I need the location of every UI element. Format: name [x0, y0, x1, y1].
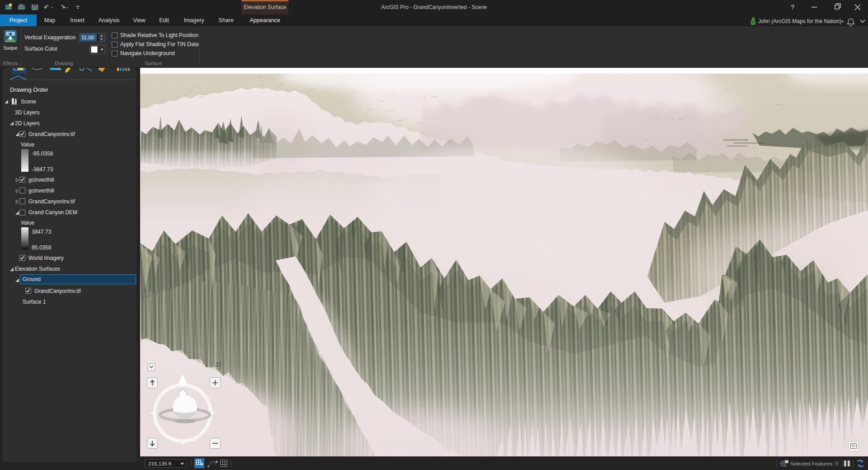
svg-text:John (ArcGIS Maps for the Nati: John (ArcGIS Maps for the Nation) — [758, 18, 841, 24]
svg-text:Selected Features: 0: Selected Features: 0 — [790, 461, 838, 466]
svg-text:?: ? — [791, 3, 794, 11]
